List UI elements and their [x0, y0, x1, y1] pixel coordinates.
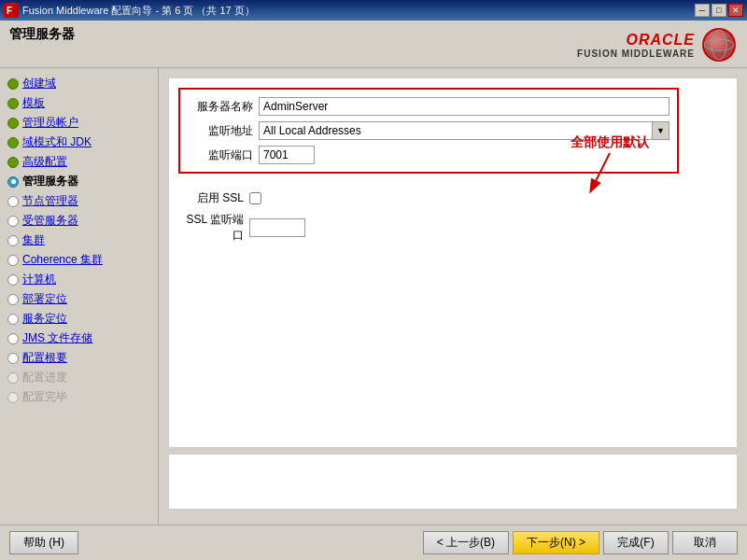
server-name-row: 服务器名称 [188, 97, 669, 116]
ssl-port-row: SSL 监听端口 [178, 212, 727, 244]
listen-port-input[interactable] [259, 146, 315, 164]
sidebar-item-admin-account[interactable]: 管理员帐户 [0, 113, 158, 133]
sidebar-dot-config-summary [7, 353, 19, 364]
window-controls: ─ □ ✕ [695, 4, 743, 17]
sidebar-dot-advanced-config [7, 157, 19, 168]
sidebar-dot-managed-server [7, 216, 19, 227]
annotation-text: 全部使用默认 [571, 134, 649, 151]
sidebar-dot-service-targeting [7, 314, 19, 325]
sidebar-label-jms-store: JMS 文件存储 [22, 330, 92, 346]
sidebar-item-deployment-targeting[interactable]: 部署定位 [0, 289, 158, 309]
title-bar-text: Fusion Middleware 配置向导 - 第 6 页 （共 17 页） [22, 4, 255, 18]
sidebar-label-create-domain: 创建域 [22, 76, 56, 91]
sidebar-item-admin-server[interactable]: 管理服务器 [0, 172, 158, 191]
content-area: 创建域 模板 管理员帐户 域模式和 JDK 高级配置 [0, 68, 747, 525]
sidebar-dot-coherence-cluster [7, 255, 19, 266]
sidebar-dot-deployment-targeting [7, 294, 19, 305]
footer: 帮助 (H) < 上一步(B) 下一步(N) > 完成(F) 取消 [0, 525, 747, 560]
sidebar-label-cluster: 集群 [22, 232, 45, 248]
oracle-logo-area: ORACLE FUSION MIDDLEWARE [577, 26, 738, 63]
sidebar-label-config-summary: 配置根要 [22, 350, 67, 366]
listen-address-dropdown-btn[interactable]: ▼ [653, 121, 669, 140]
ssl-enable-checkbox[interactable] [249, 192, 261, 204]
sidebar: 创建域 模板 管理员帐户 域模式和 JDK 高级配置 [0, 68, 159, 525]
help-button[interactable]: 帮助 (H) [9, 531, 78, 554]
sidebar-label-advanced-config: 高级配置 [22, 154, 67, 170]
sidebar-item-config-progress: 配置进度 [0, 368, 158, 387]
sidebar-dot-node-manager [7, 196, 19, 207]
sidebar-label-service-targeting: 服务定位 [22, 311, 67, 327]
description-box [168, 454, 738, 510]
footer-left: 帮助 (H) [9, 531, 78, 554]
fusion-label: FUSION MIDDLEWARE [577, 49, 695, 59]
sidebar-label-managed-server: 受管服务器 [22, 213, 78, 229]
sidebar-item-machine[interactable]: 计算机 [0, 270, 158, 289]
sidebar-dot-config-done [7, 392, 19, 403]
minimize-button[interactable]: ─ [695, 4, 710, 17]
app-icon: F [4, 3, 19, 18]
sidebar-dot-config-progress [7, 372, 19, 384]
sidebar-label-deployment-targeting: 部署定位 [22, 291, 67, 307]
sidebar-dot-cluster [7, 235, 19, 246]
main-panel: 服务器名称 监听地址 ▼ 监听端 [159, 68, 747, 525]
title-bar: F Fusion Middleware 配置向导 - 第 6 页 （共 17 页… [0, 0, 747, 21]
server-config-panel: 服务器名称 监听地址 ▼ 监听端 [168, 77, 738, 448]
sidebar-label-admin-server: 管理服务器 [22, 174, 78, 189]
oracle-ball-icon [700, 26, 738, 63]
sidebar-label-node-manager: 节点管理器 [22, 193, 78, 209]
cancel-button[interactable]: 取消 [672, 531, 738, 554]
close-button[interactable]: ✕ [728, 4, 743, 17]
sidebar-item-coherence-cluster[interactable]: Coherence 集群 [0, 250, 158, 270]
sidebar-item-advanced-config[interactable]: 高级配置 [0, 152, 158, 172]
sidebar-dot-template [7, 98, 19, 109]
listen-port-label: 监听端口 [188, 147, 253, 163]
sidebar-dot-jms-store [7, 333, 19, 344]
prev-button[interactable]: < 上一步(B) [423, 531, 509, 554]
sidebar-item-template[interactable]: 模板 [0, 93, 158, 113]
sidebar-item-create-domain[interactable]: 创建域 [0, 74, 158, 93]
sidebar-dot-machine [7, 274, 19, 286]
ssl-enable-label: 启用 SSL [178, 190, 244, 206]
sidebar-dot-create-domain [7, 78, 19, 90]
sidebar-item-config-done: 配置完毕 [0, 387, 158, 407]
sidebar-item-jms-store[interactable]: JMS 文件存储 [0, 329, 158, 348]
ssl-options-area: 启用 SSL SSL 监听端口 [178, 190, 727, 244]
next-button[interactable]: 下一步(N) > [513, 531, 599, 554]
annotation-container: 全部使用默认 [571, 134, 649, 198]
ssl-port-input[interactable] [249, 218, 305, 237]
sidebar-item-cluster[interactable]: 集群 [0, 231, 158, 250]
main-window: 管理服务器 ORACLE FUSION MIDDLEWARE [0, 21, 747, 560]
sidebar-item-service-targeting[interactable]: 服务定位 [0, 309, 158, 329]
sidebar-label-config-progress: 配置进度 [22, 370, 67, 385]
sidebar-label-coherence-cluster: Coherence 集群 [22, 252, 103, 268]
sidebar-dot-domain-mode [7, 137, 19, 148]
sidebar-label-admin-account: 管理员帐户 [22, 115, 78, 131]
svg-point-3 [704, 30, 734, 60]
sidebar-item-domain-mode[interactable]: 域模式和 JDK [0, 133, 158, 152]
sidebar-dot-admin-account [7, 118, 19, 129]
sidebar-label-config-done: 配置完毕 [22, 389, 67, 405]
listen-address-label: 监听地址 [188, 123, 253, 139]
finish-button[interactable]: 完成(F) [603, 531, 669, 554]
server-name-label: 服务器名称 [188, 99, 253, 115]
annotation-arrow-icon [582, 151, 638, 198]
sidebar-item-node-manager[interactable]: 节点管理器 [0, 191, 158, 211]
svg-line-7 [591, 153, 610, 190]
window-header: 管理服务器 ORACLE FUSION MIDDLEWARE [0, 21, 747, 68]
oracle-label: ORACLE [626, 32, 695, 49]
page-title: 管理服务器 [9, 26, 75, 43]
sidebar-dot-admin-server [7, 176, 19, 188]
sidebar-item-config-summary[interactable]: 配置根要 [0, 348, 158, 368]
sidebar-label-template: 模板 [22, 95, 45, 111]
footer-right: < 上一步(B) 下一步(N) > 完成(F) 取消 [423, 531, 738, 554]
ssl-port-label: SSL 监听端口 [178, 212, 244, 244]
maximize-button[interactable]: □ [712, 4, 726, 17]
svg-text:F: F [7, 6, 12, 16]
sidebar-label-domain-mode: 域模式和 JDK [22, 134, 92, 150]
sidebar-item-managed-server[interactable]: 受管服务器 [0, 211, 158, 231]
sidebar-label-machine: 计算机 [22, 272, 56, 287]
server-name-input[interactable] [259, 97, 669, 116]
